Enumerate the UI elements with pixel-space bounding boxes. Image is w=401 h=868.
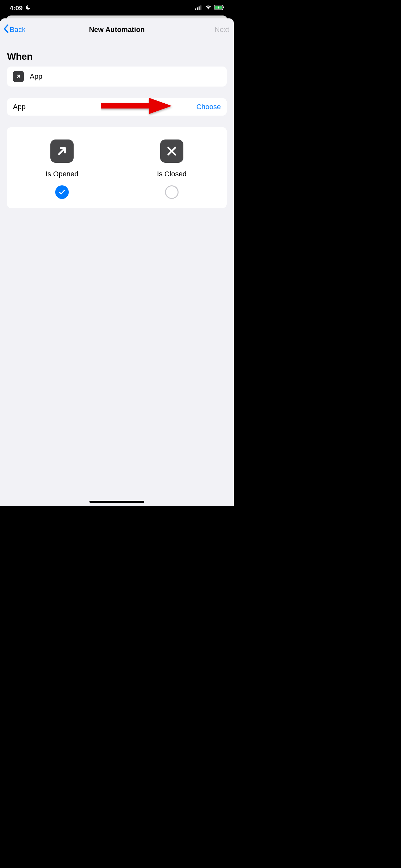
- navigation-bar: Back New Automation Next: [0, 24, 234, 41]
- chevron-left-icon: [3, 24, 9, 35]
- closed-icon: [160, 140, 183, 163]
- trigger-summary-card: App: [7, 66, 227, 87]
- opened-icon: [50, 140, 73, 163]
- moon-icon: [25, 4, 31, 12]
- open-close-options-card: Is Opened Is Closed: [7, 127, 227, 208]
- choose-app-label: App: [13, 103, 196, 111]
- modal-sheet: Back New Automation Next When App App Ch…: [0, 19, 234, 506]
- cellular-signal-icon: [195, 5, 202, 11]
- is-opened-option[interactable]: Is Opened: [7, 140, 117, 199]
- status-bar: 4:09: [0, 0, 234, 16]
- content-area: When App App Choose: [0, 51, 234, 208]
- svg-line-10: [59, 148, 65, 154]
- svg-rect-3: [201, 5, 202, 10]
- opened-checkmark[interactable]: [55, 185, 69, 199]
- wifi-icon: [205, 5, 212, 11]
- opened-label: Is Opened: [45, 170, 79, 178]
- closed-label: Is Closed: [157, 170, 187, 178]
- home-indicator[interactable]: [89, 501, 144, 503]
- app-trigger-row[interactable]: App: [7, 66, 227, 87]
- when-section-header: When: [7, 51, 227, 62]
- battery-charging-icon: [214, 5, 224, 11]
- svg-rect-1: [197, 7, 198, 10]
- is-closed-option[interactable]: Is Closed: [117, 140, 227, 199]
- svg-rect-0: [195, 8, 196, 10]
- status-time: 4:09: [10, 4, 23, 12]
- app-selection-card: App Choose: [7, 98, 227, 116]
- app-launch-icon: [13, 71, 24, 82]
- back-button[interactable]: Back: [3, 24, 26, 35]
- status-indicators: [195, 5, 224, 11]
- next-button: Next: [215, 26, 229, 34]
- closed-checkmark[interactable]: [165, 185, 179, 199]
- choose-app-row[interactable]: App Choose: [7, 98, 227, 116]
- svg-rect-2: [198, 6, 199, 10]
- status-time-group: 4:09: [10, 4, 31, 12]
- page-title: New Automation: [0, 26, 234, 34]
- choose-button[interactable]: Choose: [196, 103, 221, 111]
- svg-rect-6: [223, 6, 224, 8]
- back-label: Back: [10, 26, 26, 34]
- app-trigger-label: App: [30, 72, 221, 81]
